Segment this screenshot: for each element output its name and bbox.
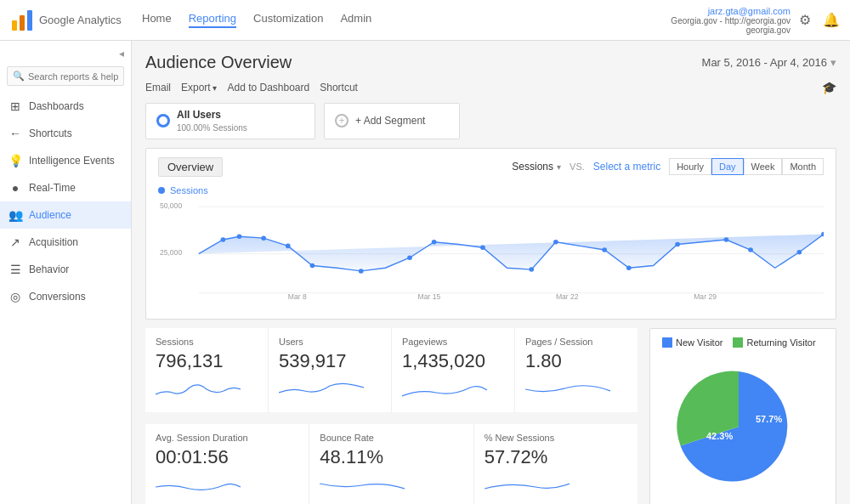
svg-point-24 (626, 265, 632, 270)
time-buttons: Hourly Day Week Month (669, 158, 824, 175)
main-layout: ◂ 🔍 ⊞ Dashboards ← Shortcuts 💡 Intellige… (0, 41, 850, 504)
email-button[interactable]: Email (145, 82, 171, 93)
overview-tab-label[interactable]: Overview (158, 157, 223, 177)
svg-text:Mar 8: Mar 8 (288, 292, 307, 301)
sidebar-collapse-button[interactable]: ◂ (0, 44, 131, 63)
sidebar-item-label: Audience (29, 209, 71, 221)
sidebar-item-label: Acquisition (29, 236, 78, 248)
search-input[interactable] (28, 71, 118, 82)
nav-links: Home Reporting Customization Admin (142, 12, 671, 28)
chart-controls: Sessions ▾ VS. Select a metric Hourly Da… (512, 158, 824, 175)
svg-point-12 (221, 237, 226, 242)
segment-sessions: 100.00% Sessions (177, 122, 247, 133)
metrics-section: Sessions 796,131 Users 539,917 (145, 328, 638, 504)
add-segment-button[interactable]: + + Add Segment (324, 103, 460, 139)
pie-legend-new: New Visitor (662, 337, 722, 348)
chart-area: Sessions 50,000 25,000 Mar 8 Mar 15 Mar … (158, 185, 824, 303)
conversions-icon: ◎ (8, 290, 22, 303)
metric-bounce-label: Bounce Rate (320, 433, 462, 443)
logo-text: Google Analytics (39, 14, 122, 26)
date-range-text: Mar 5, 2016 - Apr 4, 2016 (702, 56, 827, 69)
time-hourly[interactable]: Hourly (669, 158, 711, 175)
segment-chip-all-users[interactable]: All Users 100.00% Sessions (145, 103, 315, 139)
pie-legend: New Visitor Returning Visitor (662, 337, 824, 348)
search-box: 🔍 (7, 66, 124, 86)
time-day[interactable]: Day (711, 158, 744, 175)
date-range-arrow: ▾ (830, 56, 836, 69)
nav-admin[interactable]: Admin (340, 12, 371, 28)
nav-customization[interactable]: Customization (253, 12, 323, 28)
metric-users-label: Users (279, 337, 381, 347)
sessions-arrow: ▾ (557, 162, 561, 172)
sidebar-item-dashboards[interactable]: ⊞ Dashboards (0, 93, 131, 120)
metrics-and-pie: Sessions 796,131 Users 539,917 (145, 328, 836, 504)
logo-area: Google Analytics (10, 8, 142, 32)
sidebar-item-label: Real-Time (29, 182, 76, 194)
sessions-chart: 50,000 25,000 Mar 8 Mar 15 Mar 22 Mar 29 (158, 199, 824, 301)
sidebar-item-behavior[interactable]: ☰ Behavior (0, 256, 131, 283)
svg-point-28 (796, 250, 802, 255)
content-header: Audience Overview Mar 5, 2016 - Apr 4, 2… (145, 53, 836, 72)
settings-icon[interactable]: ⚙ (799, 12, 811, 28)
share-icon[interactable]: 🎓 (822, 81, 836, 94)
metric-avg-label: Avg. Session Duration (156, 433, 298, 443)
segment-bar: All Users 100.00% Sessions + + Add Segme… (145, 103, 836, 139)
sidebar-item-label: Shortcuts (29, 127, 72, 139)
nav-home[interactable]: Home (142, 12, 172, 28)
metric-pageviews: Pageviews 1,435,020 (392, 328, 514, 412)
avg-sparkline (156, 473, 241, 497)
sidebar-item-shortcuts[interactable]: ← Shortcuts (0, 120, 131, 147)
shortcut-button[interactable]: Shortcut (320, 82, 358, 93)
sidebar-item-label: Intelligence Events (29, 155, 115, 167)
svg-text:Mar 22: Mar 22 (556, 292, 579, 301)
sidebar-item-realtime[interactable]: ● Real-Time (0, 174, 131, 201)
sessions-label: Sessions (512, 161, 553, 173)
metric-new-value: 57.72% (484, 446, 627, 468)
svg-rect-1 (20, 15, 25, 31)
svg-point-16 (310, 263, 315, 268)
audience-icon: 👥 (8, 208, 22, 222)
svg-point-23 (602, 247, 607, 252)
sessions-dropdown[interactable]: Sessions ▾ (512, 161, 561, 173)
date-range-picker[interactable]: Mar 5, 2016 - Apr 4, 2016 ▾ (702, 56, 836, 69)
svg-text:Mar 29: Mar 29 (694, 292, 717, 301)
new-visitor-legend-box (662, 337, 672, 348)
metric-pages-label: Pages / Session (525, 337, 627, 347)
svg-point-19 (432, 240, 437, 245)
svg-text:57.7%: 57.7% (756, 414, 782, 424)
vs-label: VS. (570, 161, 585, 172)
nav-reporting[interactable]: Reporting (189, 12, 236, 28)
metric-avg-session: Avg. Session Duration 00:01:56 (145, 424, 309, 504)
metric-pageviews-value: 1,435,020 (402, 350, 504, 372)
pie-legend-returning: Returning Visitor (733, 337, 815, 348)
bounce-sparkline (320, 473, 405, 497)
segment-info: All Users 100.00% Sessions (177, 109, 247, 133)
sidebar-item-conversions[interactable]: ◎ Conversions (0, 283, 131, 310)
svg-text:Mar 15: Mar 15 (418, 292, 441, 301)
select-metric[interactable]: Select a metric (593, 161, 660, 173)
metric-pages-value: 1.80 (525, 350, 627, 372)
account-site2: georgia.gov (671, 25, 790, 35)
add-to-dashboard-button[interactable]: Add to Dashboard (227, 82, 309, 93)
users-sparkline (279, 377, 364, 401)
acquisition-icon: ↗ (8, 235, 22, 249)
sidebar-item-intelligence[interactable]: 💡 Intelligence Events (0, 147, 131, 174)
svg-point-22 (553, 240, 558, 245)
metric-sessions-label: Sessions (156, 337, 258, 347)
behavior-icon: ☰ (8, 263, 22, 276)
notification-icon[interactable]: 🔔 (823, 12, 840, 28)
time-month[interactable]: Month (782, 158, 824, 175)
svg-point-18 (407, 255, 412, 260)
export-button[interactable]: Export (181, 82, 217, 93)
returning-visitor-label: Returning Visitor (746, 337, 815, 348)
metric-new-sessions: % New Sessions 57.72% (474, 424, 638, 504)
segment-name: All Users (177, 109, 247, 122)
new-sessions-sparkline (484, 473, 570, 497)
svg-point-26 (724, 237, 729, 242)
google-analytics-logo (10, 8, 34, 32)
chart-legend-label: Sessions (170, 185, 208, 195)
svg-rect-2 (27, 10, 32, 31)
sidebar-item-audience[interactable]: 👥 Audience (0, 201, 131, 229)
time-week[interactable]: Week (744, 158, 783, 175)
sidebar-item-acquisition[interactable]: ↗ Acquisition (0, 229, 131, 256)
